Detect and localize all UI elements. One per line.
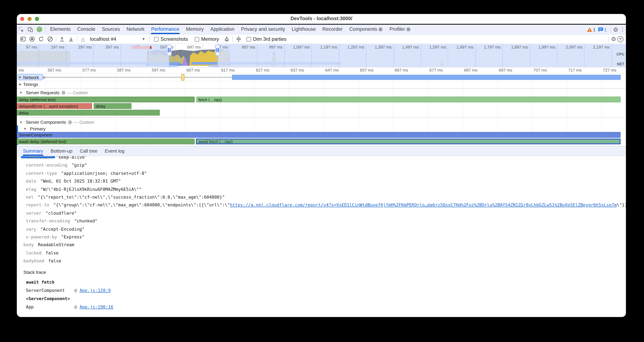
cpu-lane-label: CPU xyxy=(616,52,624,56)
flame-chart-tracks[interactable]: ▶ Network ▶ Timings ▼ Server Requests xyxy=(17,74,626,146)
property-row[interactable]: lockedfalse xyxy=(26,249,58,257)
tab-components[interactable]: Components xyxy=(346,25,386,34)
tab-profiler[interactable]: Profiler xyxy=(386,25,414,34)
tab-lighthouse[interactable]: Lighthouse xyxy=(288,25,319,34)
flame-bar[interactable]: fetch (…/api) xyxy=(196,97,620,102)
messages-badge[interactable]: 1 xyxy=(598,27,606,32)
device-toolbar-icon[interactable] xyxy=(26,25,35,34)
memory-checkbox[interactable]: Memory xyxy=(194,36,219,42)
timings-track-row[interactable]: ▶ Timings xyxy=(17,81,626,89)
selection-right-handle[interactable] xyxy=(215,45,220,56)
property-row[interactable]: transfer-encoding"chunked" xyxy=(26,217,98,225)
disclosure-down-icon[interactable]: ▼ xyxy=(19,120,23,124)
ruler-time-label: 687 ms xyxy=(464,68,478,73)
ruler-time-label: 577 ms xyxy=(82,68,96,73)
property-row[interactable]: etag"W/\"4b1-RjEJloX9kRinu6F0MAZMmy6E5iA… xyxy=(26,185,142,193)
overview-time-label: 1,297 ms xyxy=(348,45,366,50)
history-selected-value: localhost #4 xyxy=(90,36,116,42)
inspect-element-icon[interactable] xyxy=(17,25,26,34)
home-icon[interactable]: ⌂ xyxy=(78,35,88,43)
history-select[interactable]: localhost #4 ▼ xyxy=(90,36,146,42)
tab-summary[interactable]: Summary xyxy=(19,146,47,156)
server-requests-header[interactable]: ▼ Server Requests — Custom xyxy=(19,90,88,95)
clear-icon[interactable] xyxy=(46,35,55,43)
property-row[interactable]: vary"Accept-Encoding" xyxy=(26,225,84,233)
property-row[interactable]: nel"{\"report_to\":\"cf-nel\",\"success_… xyxy=(26,193,225,201)
request-queueing-marker[interactable] xyxy=(181,74,184,81)
flame-bar[interactable]: await fetch (…/api) xyxy=(196,139,620,144)
primary-group-header[interactable]: ▼ Primary xyxy=(24,126,46,131)
tab-call-tree[interactable]: Call tree xyxy=(76,146,101,156)
source-location-link[interactable]: App.js:128:9 xyxy=(80,288,111,293)
flame-bar[interactable]: delay xyxy=(17,110,160,116)
help-icon[interactable]: ? xyxy=(617,36,624,42)
tab-console[interactable]: Console xyxy=(74,25,99,34)
load-profile-icon[interactable] xyxy=(58,35,66,43)
timeline-overview[interactable]: 97 ms197 ms297 ms397 ms497 ms597 ms697 m… xyxy=(17,44,626,67)
ruler-time-label: 727 ms xyxy=(603,68,616,73)
tab-elements[interactable]: Elements xyxy=(47,25,74,34)
disclosure-right-icon[interactable]: ▶ xyxy=(19,83,22,86)
tab-event-log[interactable]: Event log xyxy=(101,146,128,156)
flame-bar[interactable]: await delay (deferred text) xyxy=(17,139,194,144)
disclosure-right-icon[interactable]: ▶ xyxy=(19,76,22,79)
flame-bar[interactable]: ServerComponent xyxy=(17,132,620,138)
capture-settings-gear-icon[interactable]: ⚙ xyxy=(610,36,618,42)
dim-3rd-parties-checkbox[interactable]: Dim 3rd parties xyxy=(246,36,286,42)
flame-bar[interactable]: delayedError (…ayed exception) xyxy=(17,103,92,109)
tab-memory[interactable]: Memory xyxy=(183,25,207,34)
record-icon[interactable] xyxy=(28,35,36,43)
tab-recorder[interactable]: Recorder xyxy=(319,25,346,34)
selection-edge-line xyxy=(169,55,170,67)
network-track-label[interactable]: ▶ Network xyxy=(18,74,43,80)
tab-performance[interactable]: Performance xyxy=(148,25,183,34)
tab-network[interactable]: Network xyxy=(123,25,148,34)
summary-pane[interactable]: connection"keep-alive"content-encoding"g… xyxy=(17,156,626,317)
settings-gear-icon[interactable]: ⚙ xyxy=(612,26,620,33)
flame-bar[interactable]: delay (deferred text) xyxy=(17,97,194,102)
tab-sources[interactable]: Sources xyxy=(98,25,123,34)
tab-bottom-up[interactable]: Bottom-up xyxy=(47,146,76,156)
network-request-bar[interactable] xyxy=(232,75,620,80)
property-row[interactable]: content-type"application/json; charset=u… xyxy=(26,169,147,177)
property-row[interactable]: x-powered-by"Express" xyxy=(26,233,84,241)
screenshot-stage: DevTools - localhost:3000/ Elements Cons… xyxy=(0,0,644,342)
server-components-header[interactable]: ▼ Server Components — Custom xyxy=(19,120,94,125)
property-row[interactable]: content-encoding"gzip" xyxy=(26,161,87,169)
flame-bar[interactable]: delay xyxy=(94,103,131,109)
property-key: bodyUsed xyxy=(24,257,44,265)
record-and-reload-icon[interactable] xyxy=(36,35,46,43)
property-row[interactable]: bodyUsedfalse xyxy=(24,257,61,265)
property-row[interactable]: connection"keep-alive" xyxy=(26,156,87,161)
overview-time-label: 397 ms xyxy=(106,45,120,50)
property-key: x-powered-by xyxy=(26,233,57,241)
section-divider xyxy=(17,117,626,118)
property-value: "chunked" xyxy=(74,217,98,225)
screenshots-checkbox[interactable]: Screenshots xyxy=(154,36,188,42)
network-track-row[interactable]: ▶ Network xyxy=(17,74,626,81)
garbage-collect-icon[interactable] xyxy=(222,35,231,43)
disclosure-down-icon[interactable]: ▼ xyxy=(19,91,23,94)
save-profile-icon[interactable] xyxy=(66,35,76,43)
overview-gridline xyxy=(39,44,39,67)
issues-warning-badge[interactable]: 1 xyxy=(587,27,596,32)
source-location-link[interactable]: App.js:190:16 xyxy=(80,304,113,309)
property-row[interactable]: date"Wed, 01 Oct 2025 18:32:01 GMT" xyxy=(26,177,121,185)
record-and-navigate-icon[interactable] xyxy=(18,35,28,43)
disclosure-down-icon[interactable]: ▼ xyxy=(24,127,27,131)
report-endpoint-link[interactable]: https://a.nel.cloudflare.com/report/v4?s… xyxy=(230,202,617,207)
devtools-tabbar: Elements Console Sources Network Perform… xyxy=(17,25,626,35)
frame-location: @ App.js:190:16 xyxy=(74,304,113,309)
tab-privacy-and-security[interactable]: Privacy and security xyxy=(238,25,288,34)
ruler-time-label: 567 ms xyxy=(48,68,61,73)
ruler-time-label: 697 ms xyxy=(499,68,512,73)
more-options-icon[interactable]: ⋮ xyxy=(619,26,626,33)
selection-left-handle[interactable] xyxy=(167,45,172,56)
tab-application[interactable]: Application xyxy=(207,25,238,34)
property-row[interactable]: server"cloudflare" xyxy=(26,209,77,217)
property-row[interactable]: bodyReadableStream xyxy=(24,241,74,249)
property-row[interactable]: report-to"{\"group\":\"cf-nel\",\"max_ag… xyxy=(26,201,626,209)
show-ignore-listed-frames-link[interactable]: Show ignore-listed frames xyxy=(26,312,112,317)
collapse-flame-icon[interactable] xyxy=(234,35,243,43)
divider xyxy=(56,36,56,42)
